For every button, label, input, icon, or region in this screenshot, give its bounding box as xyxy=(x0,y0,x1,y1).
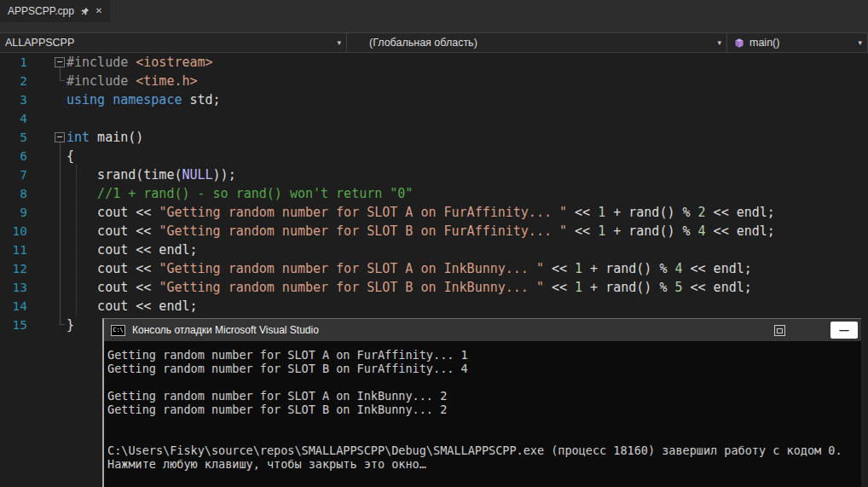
code-line-text: cout << "Getting random number for SLOT … xyxy=(67,203,775,222)
code-line[interactable]: 4 xyxy=(0,109,868,128)
project-dropdown-label: ALLAPPSCPP xyxy=(5,37,74,49)
code-line-text: //1 + rand() - so rand() won't return "0… xyxy=(67,184,413,203)
code-line[interactable]: 8 //1 + rand() - so rand() won't return … xyxy=(0,184,868,203)
project-dropdown[interactable]: ALLAPPSCPP ▾ xyxy=(0,33,347,52)
code-line-text: cout << "Getting random number for SLOT … xyxy=(67,222,775,241)
line-number[interactable]: 15 xyxy=(0,316,27,334)
console-line: Getting random number for SLOT B on FurA… xyxy=(107,362,858,375)
console-line xyxy=(107,416,858,430)
line-number[interactable]: 3 xyxy=(0,90,27,109)
console-line xyxy=(107,375,858,389)
code-line[interactable]: 9 cout << "Getting random number for SLO… xyxy=(0,203,868,222)
member-dropdown[interactable]: main() ▾ xyxy=(727,33,868,52)
console-title: Консоль отладки Microsoft Visual Studio xyxy=(132,324,319,336)
line-number[interactable]: 1 xyxy=(0,53,27,72)
line-number[interactable]: 13 xyxy=(0,278,27,297)
minimize-button[interactable]: — xyxy=(830,322,858,339)
fold-margin xyxy=(27,90,67,109)
code-line-text: cout << "Getting random number for SLOT … xyxy=(67,278,752,297)
line-number[interactable]: 8 xyxy=(0,184,27,203)
scope-dropdown-label: (Глобальная область) xyxy=(369,37,477,49)
line-number[interactable]: 6 xyxy=(0,147,27,165)
fold-margin xyxy=(27,109,67,128)
tab-title: APPSCPP.cpp xyxy=(8,5,74,17)
close-icon[interactable]: ✕ xyxy=(95,7,102,15)
code-line[interactable]: 13 cout << "Getting random number for SL… xyxy=(0,278,868,297)
chevron-down-icon: ▾ xyxy=(858,38,862,47)
line-number[interactable]: 11 xyxy=(0,241,27,259)
minimize-icon: — xyxy=(840,325,849,335)
code-line-text: } xyxy=(67,316,74,334)
code-line[interactable]: 11 cout << endl; xyxy=(0,241,868,259)
code-line-text: #include <time.h> xyxy=(67,72,198,90)
console-line: Getting random number for SLOT A on FurA… xyxy=(107,348,858,362)
line-number[interactable]: 4 xyxy=(0,109,27,128)
code-line[interactable]: 14 cout << endl; xyxy=(0,297,868,316)
fold-collapse-icon[interactable]: − xyxy=(55,132,65,142)
line-number[interactable]: 7 xyxy=(0,165,27,184)
line-number[interactable]: 12 xyxy=(0,259,27,278)
code-line-text: { xyxy=(67,147,74,165)
code-lines: 1−#include <iostream>2#include <time.h>3… xyxy=(0,53,868,334)
console-toolbar-icon[interactable] xyxy=(774,325,785,336)
method-icon xyxy=(734,38,744,49)
navigation-bar: ALLAPPSCPP ▾ (Глобальная область) ▾ main… xyxy=(0,32,868,53)
console-line: Нажмите любую клавишу, чтобы закрыть это… xyxy=(107,457,858,471)
code-line-text: int main() xyxy=(67,128,143,147)
code-line-text: cout << "Getting random number for SLOT … xyxy=(67,259,752,278)
console-line: Getting random number for SLOT A on InkB… xyxy=(107,389,858,403)
code-line[interactable]: 5−int main() xyxy=(0,128,868,147)
code-line-text: using namespace std; xyxy=(67,90,221,109)
code-line[interactable]: 10 cout << "Getting random number for SL… xyxy=(0,222,868,241)
visual-studio-window: APPSCPP.cpp ✕ ALLAPPSCPP ▾ (Глобальная о… xyxy=(0,0,868,487)
tab-appscpp[interactable]: APPSCPP.cpp ✕ xyxy=(0,0,110,22)
console-line: C:\Users\Fisky\source\repos\SMALLAPPSCPP… xyxy=(107,444,858,457)
tab-bar-spacer xyxy=(0,22,868,32)
fold-collapse-icon[interactable]: − xyxy=(55,57,65,67)
fold-scope-line xyxy=(60,142,65,325)
fold-scope-line xyxy=(60,67,65,81)
code-line-text: #include <iostream> xyxy=(67,53,213,72)
scope-dropdown[interactable]: (Глобальная область) ▾ xyxy=(347,33,727,52)
code-line[interactable]: 12 cout << "Getting random number for SL… xyxy=(0,259,868,278)
console-icon: C:\ xyxy=(111,325,125,336)
code-line[interactable]: 6{ xyxy=(0,147,868,165)
console-title-bar[interactable]: C:\ Консоль отладки Microsoft Visual Stu… xyxy=(104,319,861,341)
line-number[interactable]: 9 xyxy=(0,203,27,222)
code-line-text: cout << endl; xyxy=(67,297,198,316)
chevron-down-icon: ▾ xyxy=(717,38,721,47)
indent-guide xyxy=(76,165,77,316)
document-tab-bar: APPSCPP.cpp ✕ xyxy=(0,0,868,22)
console-output: Getting random number for SLOT A on FurA… xyxy=(104,341,861,471)
debug-console-window: C:\ Консоль отладки Microsoft Visual Stu… xyxy=(102,318,861,487)
code-line[interactable]: 3using namespace std; xyxy=(0,90,868,109)
code-line[interactable]: 1−#include <iostream> xyxy=(0,53,868,72)
code-line[interactable]: 2#include <time.h> xyxy=(0,72,868,90)
line-number[interactable]: 14 xyxy=(0,297,27,316)
console-line: Getting random number for SLOT B on InkB… xyxy=(107,403,858,416)
console-line xyxy=(107,430,858,444)
line-number[interactable]: 2 xyxy=(0,72,27,90)
line-number[interactable]: 5 xyxy=(0,128,27,147)
member-dropdown-label: main() xyxy=(749,37,779,49)
code-line-text: srand(time(NULL)); xyxy=(67,165,236,184)
line-number[interactable]: 10 xyxy=(0,222,27,241)
code-line-text: cout << endl; xyxy=(67,241,198,259)
code-line[interactable]: 7 srand(time(NULL)); xyxy=(0,165,868,184)
chevron-down-icon: ▾ xyxy=(337,38,341,47)
pin-icon[interactable] xyxy=(80,7,90,16)
